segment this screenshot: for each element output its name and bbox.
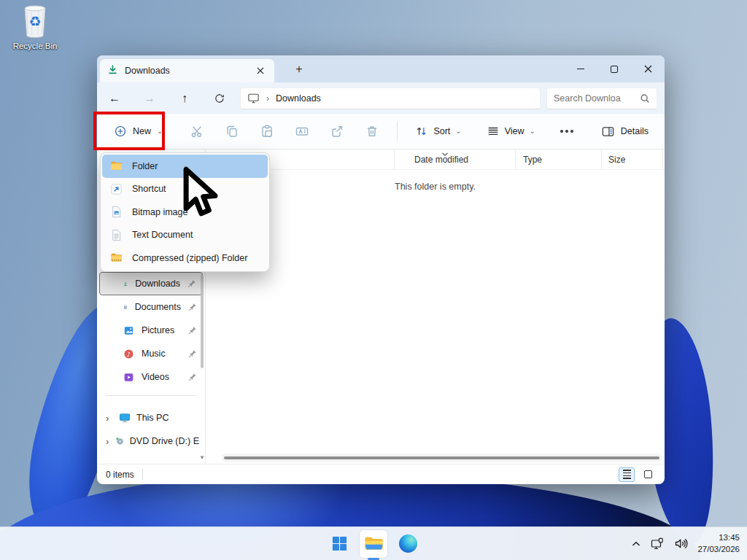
sidebar-scrollbar[interactable] xyxy=(201,275,204,368)
column-label: Size xyxy=(608,155,625,165)
taskbar-center xyxy=(325,527,422,560)
start-button[interactable] xyxy=(325,530,353,558)
item-count: 0 items xyxy=(106,470,134,480)
chevron-down-icon: ⌄ xyxy=(455,128,461,135)
share-button[interactable] xyxy=(330,124,344,139)
recycle-bin-icon: ♻ xyxy=(18,4,52,41)
menu-item-text-document[interactable]: Text Document xyxy=(102,224,268,247)
maximize-icon xyxy=(611,66,618,73)
copy-button[interactable] xyxy=(225,124,239,139)
network-button[interactable] xyxy=(651,537,665,551)
scrollbar-thumb[interactable] xyxy=(224,456,659,459)
download-icon xyxy=(107,64,118,77)
chevron-right-icon[interactable]: › xyxy=(106,436,110,447)
up-button[interactable]: ↑ xyxy=(170,87,199,110)
large-icons-view-button[interactable] xyxy=(640,467,656,482)
view-button[interactable]: View ⌄ xyxy=(481,120,541,142)
menu-item-label: Folder xyxy=(132,161,158,171)
address-bar[interactable]: › Downloads xyxy=(240,88,541,109)
sort-icon xyxy=(415,125,428,138)
pin-icon xyxy=(188,303,197,311)
minimize-button[interactable] xyxy=(564,55,597,82)
menu-item-label: Compressed (zipped) Folder xyxy=(132,253,247,263)
chevron-up-icon xyxy=(631,540,641,548)
view-icon xyxy=(487,125,500,138)
sidebar-item-dvd-drive[interactable]: › DVD Drive (D:) E xyxy=(97,429,205,453)
clock-date: 27/03/2026 xyxy=(697,544,740,556)
sidebar-item-label: DVD Drive (D:) E xyxy=(130,436,199,446)
documents-icon xyxy=(123,302,128,313)
tab-close-icon[interactable] xyxy=(254,64,267,77)
new-tab-button[interactable]: + xyxy=(288,60,310,79)
scroll-down-arrow-icon[interactable]: ▼ xyxy=(199,454,205,461)
search-icon xyxy=(640,93,650,104)
sidebar-item-label: Downloads xyxy=(135,279,180,289)
column-header-date-modified[interactable]: Date modified xyxy=(395,149,516,169)
tab-title: Downloads xyxy=(125,66,170,76)
refresh-button[interactable] xyxy=(205,87,234,110)
sort-button[interactable]: Sort ⌄ xyxy=(409,120,467,142)
sort-direction-icon xyxy=(441,149,449,159)
file-explorer-icon xyxy=(364,535,384,552)
rename-button[interactable] xyxy=(295,124,309,139)
breadcrumb[interactable]: Downloads xyxy=(276,93,321,104)
details-view-button[interactable] xyxy=(619,467,635,482)
pictures-icon xyxy=(123,325,134,336)
copy-icon xyxy=(225,124,239,139)
sidebar-divider xyxy=(106,395,196,396)
details-view-icon xyxy=(623,470,631,478)
monitor-icon xyxy=(247,92,260,104)
menu-item-label: Shortcut xyxy=(132,184,166,194)
see-more-icon xyxy=(560,130,563,133)
close-button[interactable] xyxy=(631,55,665,82)
search-input[interactable] xyxy=(554,93,640,104)
chevron-right-icon[interactable]: › xyxy=(106,413,113,424)
chevron-right-icon: › xyxy=(266,94,269,103)
column-header-type[interactable]: Type xyxy=(516,149,602,169)
folder-icon xyxy=(110,160,123,172)
column-headers: Date modified Type Size xyxy=(206,149,665,170)
bitmap-image-icon xyxy=(110,206,123,218)
taskbar-clock[interactable]: 13:45 27/03/2026 xyxy=(697,532,740,555)
chevron-down-icon: ⌄ xyxy=(530,128,535,135)
volume-icon xyxy=(674,537,688,550)
delete-button[interactable] xyxy=(365,124,379,139)
sidebar-item-downloads[interactable]: Downloads xyxy=(99,272,203,295)
search-box[interactable] xyxy=(546,88,657,109)
sidebar-item-music[interactable]: ♪ Music xyxy=(99,342,203,365)
close-icon xyxy=(644,65,652,73)
cut-button[interactable] xyxy=(190,124,204,139)
minimize-icon xyxy=(577,69,584,69)
forward-icon: → xyxy=(144,92,155,105)
sidebar-item-documents[interactable]: Documents xyxy=(99,295,203,319)
see-more-button[interactable] xyxy=(554,125,579,137)
sidebar-item-pictures[interactable]: Pictures xyxy=(99,319,203,342)
maximize-button[interactable] xyxy=(597,55,631,82)
column-header-size[interactable]: Size xyxy=(602,149,663,169)
menu-item-compressed-folder[interactable]: Compressed (zipped) Folder xyxy=(102,246,268,270)
edge-taskbar-button[interactable] xyxy=(394,530,422,558)
delete-icon xyxy=(365,124,379,139)
sidebar-item-videos[interactable]: Videos xyxy=(99,365,203,389)
forward-button[interactable]: → xyxy=(135,87,164,110)
file-explorer-taskbar-button[interactable] xyxy=(360,530,387,558)
tray-overflow-button[interactable] xyxy=(631,540,641,548)
refresh-icon xyxy=(214,93,225,104)
pin-icon xyxy=(188,326,197,335)
command-toolbar: New ⌄ xyxy=(97,114,665,149)
recycle-bin-shortcut[interactable]: ♻ Recycle Bin xyxy=(6,4,64,50)
details-pane-button[interactable]: Details xyxy=(595,120,654,143)
paste-button[interactable] xyxy=(260,124,274,139)
pin-icon xyxy=(187,279,196,288)
sidebar-item-this-pc[interactable]: › This PC xyxy=(97,406,205,429)
paste-icon xyxy=(260,124,274,139)
tab-bar: Downloads + xyxy=(97,55,665,82)
volume-button[interactable] xyxy=(674,537,688,550)
tab-downloads[interactable]: Downloads xyxy=(100,59,274,82)
horizontal-scrollbar[interactable] xyxy=(222,454,662,462)
rename-icon xyxy=(295,124,309,139)
cut-icon xyxy=(190,124,204,139)
back-button[interactable]: ← xyxy=(100,87,129,110)
taskbar: 13:45 27/03/2026 xyxy=(0,526,747,560)
network-icon xyxy=(651,537,665,551)
